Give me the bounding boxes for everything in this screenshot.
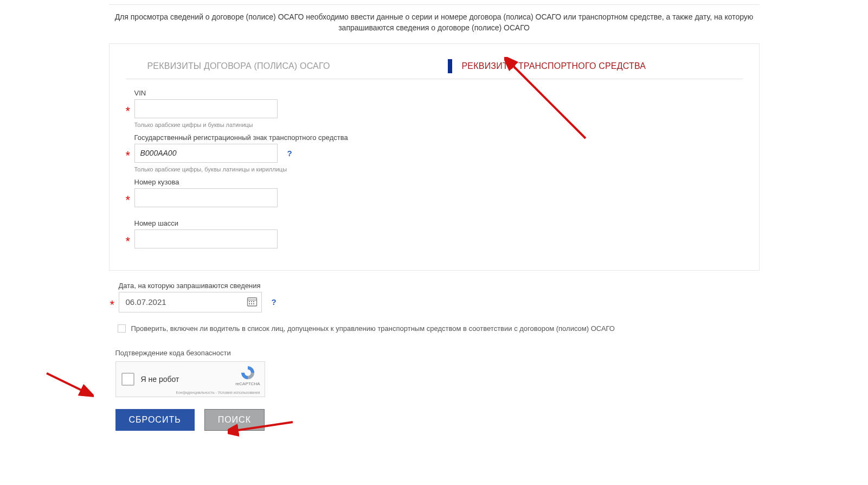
plate-required: * (126, 150, 133, 162)
captcha-checkbox[interactable] (121, 373, 134, 386)
calendar-icon[interactable] (247, 296, 258, 307)
annotation-arrow-captcha (42, 369, 94, 401)
date-input[interactable] (119, 292, 262, 312)
captcha-widget: Я не робот reCAPTCHA Конфиденциальность … (115, 361, 265, 397)
intro-text: Для просмотра сведений о договоре (полис… (109, 11, 760, 43)
svg-rect-4 (253, 301, 254, 302)
vin-label: VIN (134, 89, 743, 97)
date-required: * (110, 299, 118, 311)
tab-policy-label: РЕКВИЗИТЫ ДОГОВОРА (ПОЛИСА) ОСАГО (147, 61, 330, 71)
recaptcha-brand: reCAPTCHA (235, 381, 260, 387)
driver-check-row: Проверить, включен ли водитель в список … (119, 324, 760, 333)
chassis-required: * (126, 235, 133, 247)
recaptcha-logo: reCAPTCHA (235, 365, 260, 387)
plate-label: Государственный регистрационный знак тра… (134, 133, 743, 142)
svg-line-9 (47, 373, 85, 392)
svg-rect-5 (249, 303, 250, 304)
driver-check-checkbox[interactable] (118, 324, 126, 333)
tab-vehicle[interactable]: РЕКВИЗИТЫ ТРАНСПОРТНОГО СРЕДСТВА (442, 55, 743, 79)
chassis-input[interactable] (134, 229, 278, 248)
driver-check-label: Проверить, включен ли водитель в список … (131, 324, 615, 333)
date-label: Дата, на которую запрашиваются сведения (119, 282, 760, 290)
plate-help-icon[interactable]: ? (287, 149, 292, 158)
svg-rect-6 (251, 303, 252, 304)
plate-input[interactable] (134, 144, 278, 163)
tab-vehicle-label: РЕКВИЗИТЫ ТРАНСПОРТНОГО СРЕДСТВА (462, 61, 646, 71)
plate-hint: Только арабские цифры, буквы латиницы и … (134, 166, 743, 173)
chassis-label: Номер шасси (134, 219, 743, 227)
svg-rect-3 (251, 301, 252, 302)
captcha-title: Подтверждение кода безопасности (115, 349, 760, 357)
below-panel: Дата, на которую запрашиваются сведения … (109, 282, 760, 431)
top-divider (109, 4, 760, 5)
reset-button[interactable]: СБРОСИТЬ (115, 409, 195, 431)
body-required: * (126, 194, 133, 206)
tabs: РЕКВИЗИТЫ ДОГОВОРА (ПОЛИСА) ОСАГО РЕКВИЗ… (126, 55, 743, 79)
captcha-terms: Конфиденциальность - Условия использован… (176, 391, 260, 394)
form-panel: РЕКВИЗИТЫ ДОГОВОРА (ПОЛИСА) ОСАГО РЕКВИЗ… (109, 43, 760, 271)
button-row: СБРОСИТЬ ПОИСК (115, 409, 760, 431)
vin-required: * (126, 105, 133, 117)
captcha-label: Я не робот (141, 375, 179, 384)
tab-active-marker (448, 59, 452, 73)
date-help-icon[interactable]: ? (272, 297, 277, 307)
body-input[interactable] (134, 188, 278, 207)
body-label: Номер кузова (134, 178, 743, 186)
vin-hint: Только арабские цифры и буквы латиницы (134, 122, 743, 128)
svg-rect-7 (253, 303, 254, 304)
svg-rect-2 (249, 301, 250, 302)
tab-policy[interactable]: РЕКВИЗИТЫ ДОГОВОРА (ПОЛИСА) ОСАГО (126, 55, 442, 79)
vin-input[interactable] (134, 99, 278, 118)
search-button[interactable]: ПОИСК (204, 409, 265, 431)
